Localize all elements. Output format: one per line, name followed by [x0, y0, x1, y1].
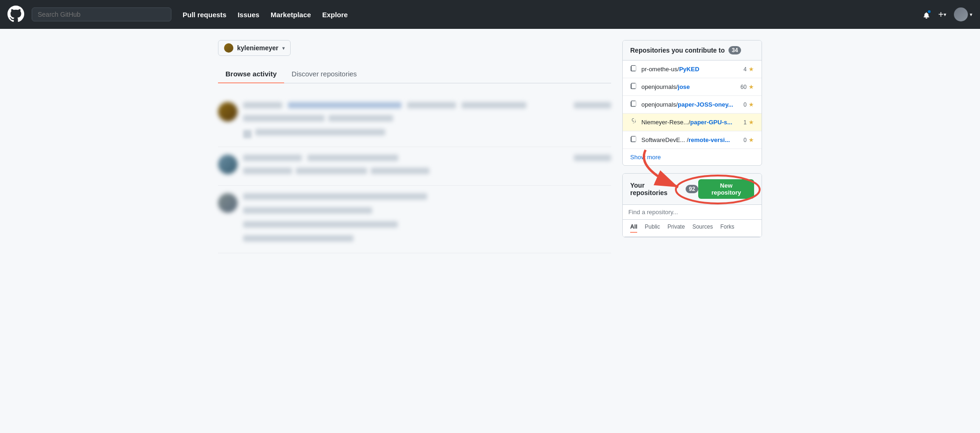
feed-tabs: Browse activity Discover repositories — [218, 65, 611, 83]
repo-link-4[interactable]: SoftwareDevE... /remote-versi... — [641, 136, 739, 143]
star-icon-0: ★ — [749, 66, 754, 73]
activity-avatar-2 — [218, 155, 238, 174]
repo-item-0[interactable]: pr-omethe-us/PyKED 4 ★ — [623, 61, 762, 78]
main-content: kyleniemeyer ▾ Browse activity Discover … — [211, 29, 769, 264]
repo-item-1[interactable]: openjournals/jose 60 ★ — [623, 78, 762, 96]
repo-icon-1 — [630, 83, 637, 91]
nav-explore[interactable]: Explore — [322, 11, 348, 19]
right-panel: Repositories you contribute to 34 pr-ome… — [622, 40, 762, 253]
repo-stars-0: 4 ★ — [743, 66, 754, 73]
tab-browse-activity[interactable]: Browse activity — [218, 65, 284, 83]
repo-link-2[interactable]: openjournals/paper-JOSS-oney... — [641, 101, 739, 108]
activity-content-3 — [243, 193, 611, 245]
repo-item-3[interactable]: Niemeyer-Rese.../paper-GPU-s... 1 ★ — [623, 114, 762, 131]
user-menu-chevron: ▾ — [970, 12, 973, 18]
github-logo[interactable] — [7, 6, 24, 24]
contribute-count: 34 — [728, 46, 741, 54]
activity-item-3 — [218, 186, 611, 253]
user-avatar — [954, 7, 968, 21]
user-switcher-name: kyleniemeyer — [237, 44, 279, 52]
repo-stars-1: 60 ★ — [741, 83, 754, 90]
activity-timestamp-2 — [574, 155, 611, 161]
repo-icon-0 — [630, 65, 637, 73]
your-repos-section: Your repositories 92 New repository All … — [622, 173, 762, 237]
new-repository-button[interactable]: New repository — [698, 179, 754, 199]
star-icon-1: ★ — [749, 83, 754, 90]
repo-stars-3: 1 ★ — [743, 119, 754, 126]
new-dropdown-button[interactable]: +▾ — [938, 9, 946, 20]
contribute-section-header: Repositories you contribute to 34 — [623, 41, 762, 61]
repo-link-1[interactable]: openjournals/jose — [641, 83, 736, 90]
nav-pull-requests[interactable]: Pull requests — [183, 11, 226, 19]
star-icon-3: ★ — [749, 119, 754, 126]
header-right-actions: +▾ ▾ — [922, 7, 973, 21]
activity-item-2 — [218, 147, 611, 186]
contribute-section: Repositories you contribute to 34 pr-ome… — [622, 40, 762, 166]
your-repos-header: Your repositories 92 New repository — [623, 174, 762, 205]
repo-item-2[interactable]: openjournals/paper-JOSS-oney... 0 ★ — [623, 96, 762, 114]
repo-icon-2 — [630, 101, 637, 108]
nav-marketplace[interactable]: Marketplace — [271, 11, 311, 19]
filter-tab-private[interactable]: Private — [667, 223, 685, 233]
repo-icon-4 — [630, 136, 637, 144]
top-navigation: Pull requests Issues Marketplace Explore… — [0, 0, 980, 29]
tab-discover-repositories[interactable]: Discover repositories — [284, 65, 364, 83]
repo-icon-3 — [630, 118, 637, 126]
user-switcher-chevron: ▾ — [282, 46, 285, 51]
star-icon-4: ★ — [749, 136, 754, 143]
repo-item-4[interactable]: SoftwareDevE... /remote-versi... 0 ★ — [623, 131, 762, 149]
filter-tab-forks[interactable]: Forks — [720, 223, 734, 233]
activity-item-1 — [218, 95, 611, 147]
your-repos-title: Your repositories 92 — [630, 182, 698, 196]
your-repos-container: Your repositories 92 New repository All … — [622, 173, 762, 237]
find-repository-input[interactable] — [623, 205, 762, 220]
repo-link-3[interactable]: Niemeyer-Rese.../paper-GPU-s... — [641, 119, 739, 126]
activity-content-2 — [243, 155, 568, 178]
filter-tab-public[interactable]: Public — [645, 223, 660, 233]
repo-stars-2: 0 ★ — [743, 101, 754, 108]
your-repos-count: 92 — [686, 185, 698, 193]
activity-timestamp-1 — [574, 102, 611, 108]
activity-avatar-1 — [218, 102, 238, 122]
star-icon-2: ★ — [749, 101, 754, 108]
filter-tab-sources[interactable]: Sources — [692, 223, 713, 233]
search-input[interactable] — [32, 7, 171, 21]
repo-stars-4: 0 ★ — [743, 136, 754, 143]
left-panel: kyleniemeyer ▾ Browse activity Discover … — [218, 40, 611, 253]
repo-link-0[interactable]: pr-omethe-us/PyKED — [641, 66, 739, 73]
user-switcher-avatar — [224, 43, 233, 53]
repo-filter-tabs: All Public Private Sources Forks — [623, 220, 762, 237]
nav-issues[interactable]: Issues — [238, 11, 259, 19]
user-switcher[interactable]: kyleniemeyer ▾ — [218, 40, 291, 56]
activity-avatar-3 — [218, 193, 238, 213]
user-menu-button[interactable]: ▾ — [954, 7, 973, 21]
contribute-title: Repositories you contribute to — [630, 47, 725, 54]
show-more-link[interactable]: Show more — [623, 149, 762, 165]
filter-tab-all[interactable]: All — [630, 223, 637, 233]
notifications-button[interactable] — [922, 10, 931, 19]
notification-dot — [927, 9, 932, 14]
activity-content-1 — [243, 102, 568, 139]
main-nav: Pull requests Issues Marketplace Explore — [183, 11, 915, 19]
